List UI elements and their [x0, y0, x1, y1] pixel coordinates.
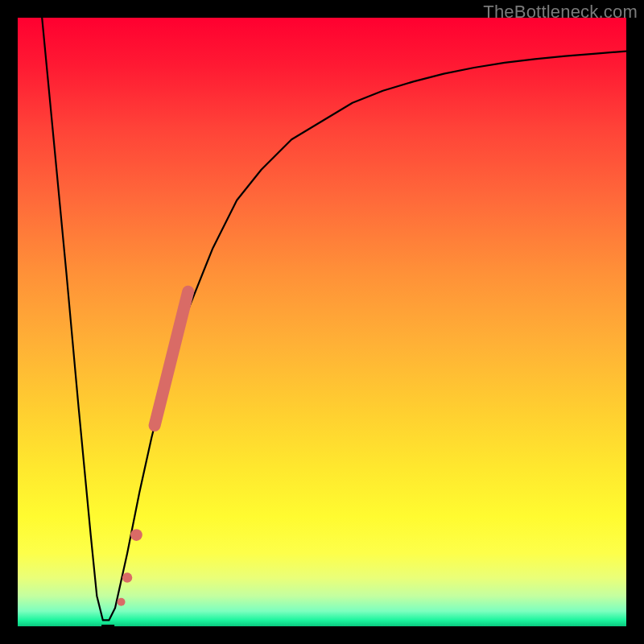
svg-point-1 [118, 598, 126, 606]
chart-frame: TheBottleneck.com [0, 0, 644, 644]
watermark-text: TheBottleneck.com [483, 2, 638, 23]
chart-svg [18, 18, 626, 626]
svg-point-2 [122, 572, 132, 582]
plot-area [18, 18, 626, 626]
svg-line-0 [155, 291, 188, 425]
curve-notch [101, 625, 114, 626]
svg-rect-4 [101, 625, 114, 626]
highlighted-range [155, 291, 188, 425]
svg-point-3 [130, 529, 142, 541]
bottleneck-curve [42, 18, 626, 620]
